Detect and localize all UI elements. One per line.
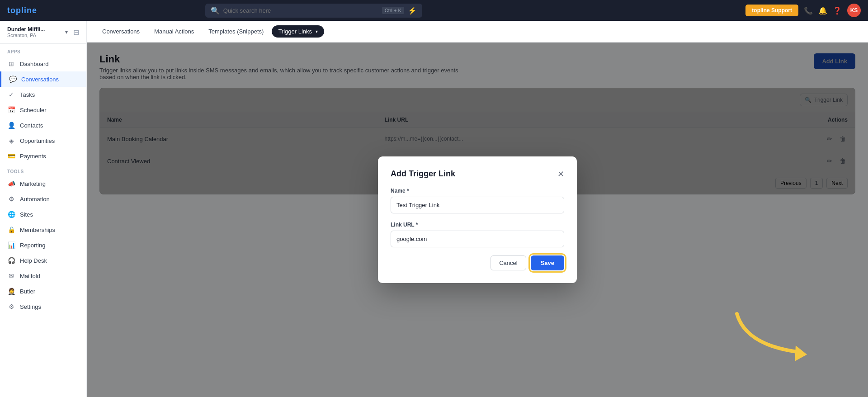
tab-trigger-links-label: Trigger Links — [278, 28, 312, 35]
sidebar-item-label: Scheduler — [20, 107, 47, 113]
sidebar-item-sites[interactable]: 🌐 Sites — [0, 207, 86, 222]
url-input[interactable] — [391, 231, 564, 247]
tools-label: Tools — [0, 164, 86, 176]
sidebar-item-settings[interactable]: ⚙ Settings — [0, 299, 86, 314]
sidebar-item-label: Opportunities — [20, 137, 55, 144]
name-field-group: Name * — [391, 188, 564, 213]
sidebar-item-label: Settings — [20, 303, 41, 310]
phone-icon[interactable]: 📞 — [804, 6, 813, 15]
reporting-icon: 📊 — [7, 241, 15, 249]
chevron-down-icon: ▾ — [65, 29, 68, 35]
name-input[interactable] — [391, 197, 564, 213]
search-shortcut: Ctrl + K — [382, 7, 404, 14]
sites-icon: 🌐 — [7, 211, 15, 218]
bell-icon[interactable]: 🔔 — [818, 6, 827, 15]
sidebar-item-helpdesk[interactable]: 🎧 Help Desk — [0, 253, 86, 268]
apps-label: Apps — [0, 44, 86, 56]
contacts-icon: 👤 — [7, 122, 15, 129]
search-bar[interactable]: 🔍 Ctrl + K ⚡ — [205, 4, 422, 18]
sidebar-item-label: Payments — [20, 153, 46, 160]
lightning-icon: ⚡ — [408, 6, 417, 15]
main-area: Dunder Miffli... Scranton, PA ▾ ⊟ Apps ⊞… — [0, 21, 868, 397]
logo-text: topline — [7, 6, 37, 15]
layout-toggle-icon[interactable]: ⊟ — [73, 28, 79, 37]
svg-marker-0 — [795, 345, 807, 361]
account-location: Scranton, PA — [7, 33, 61, 38]
url-field-group: Link URL * — [391, 222, 564, 247]
avatar[interactable]: KS — [847, 4, 861, 17]
tab-manual-actions[interactable]: Manual Actions — [148, 24, 200, 38]
conversations-icon: 💬 — [9, 76, 17, 83]
account-name: Dunder Miffli... — [7, 26, 61, 33]
sidebar-item-opportunities[interactable]: ◈ Opportunities — [0, 133, 86, 148]
automation-icon: ⚙ — [7, 195, 15, 203]
logo: topline — [7, 6, 37, 15]
arrow-annotation — [728, 309, 827, 370]
sidebar-item-memberships[interactable]: 🔒 Memberships — [0, 222, 86, 237]
save-button[interactable]: Save — [531, 255, 564, 270]
chevron-down-icon: ▾ — [316, 29, 318, 34]
dashboard-icon: ⊞ — [7, 60, 15, 67]
page-content: Link Trigger links allow you to put link… — [87, 43, 868, 397]
sidebar-item-label: Reporting — [20, 242, 45, 249]
topbar-right: topline Support 📞 🔔 ❓ KS — [745, 4, 861, 17]
sidebar-item-butler[interactable]: 🤵 Butler — [0, 284, 86, 299]
butler-icon: 🤵 — [7, 288, 15, 295]
sub-nav: Conversations Manual Actions Templates (… — [87, 21, 868, 43]
modal-overlay: Add Trigger Link ✕ Name * Link URL * Can… — [87, 43, 868, 397]
sidebar-item-label: Memberships — [20, 227, 55, 233]
sidebar-item-label: Butler — [20, 288, 35, 295]
search-icon: 🔍 — [211, 6, 220, 15]
sidebar-item-tasks[interactable]: ✓ Tasks — [0, 87, 86, 102]
sidebar-item-marketing[interactable]: 📣 Marketing — [0, 176, 86, 191]
tab-templates[interactable]: Templates (Snippets) — [202, 24, 270, 38]
sidebar-item-label: Mailfold — [20, 273, 40, 279]
sidebar-item-label: Conversations — [21, 76, 59, 83]
sidebar-item-label: Sites — [20, 211, 33, 218]
account-switcher[interactable]: Dunder Miffli... Scranton, PA ▾ ⊟ — [0, 21, 86, 44]
name-label: Name * — [391, 188, 564, 194]
sidebar-item-mailfold[interactable]: ✉ Mailfold — [0, 268, 86, 284]
help-icon[interactable]: ❓ — [833, 6, 842, 15]
tasks-icon: ✓ — [7, 91, 15, 98]
arrow-svg — [728, 309, 827, 368]
settings-icon: ⚙ — [7, 303, 15, 310]
sidebar-item-payments[interactable]: 💳 Payments — [0, 148, 86, 164]
sidebar-item-label: Marketing — [20, 180, 46, 187]
topbar: topline 🔍 Ctrl + K ⚡ topline Support 📞 🔔… — [0, 0, 868, 21]
mailfold-icon: ✉ — [7, 272, 15, 279]
sidebar-item-reporting[interactable]: 📊 Reporting — [0, 237, 86, 253]
payments-icon: 💳 — [7, 152, 15, 160]
sidebar-item-label: Contacts — [20, 122, 43, 129]
modal-header: Add Trigger Link ✕ — [391, 169, 564, 179]
sidebar-item-scheduler[interactable]: 📅 Scheduler — [0, 102, 86, 118]
scheduler-icon: 📅 — [7, 106, 15, 113]
modal-close-button[interactable]: ✕ — [557, 170, 564, 178]
sidebar-item-label: Automation — [20, 196, 50, 203]
sidebar-item-label: Tasks — [20, 91, 35, 98]
cancel-button[interactable]: Cancel — [491, 255, 526, 270]
modal: Add Trigger Link ✕ Name * Link URL * Can… — [378, 156, 577, 283]
sidebar-item-conversations[interactable]: 💬 Conversations — [0, 71, 86, 87]
url-label: Link URL * — [391, 222, 564, 228]
sidebar: Dunder Miffli... Scranton, PA ▾ ⊟ Apps ⊞… — [0, 21, 87, 397]
sidebar-item-label: Help Desk — [20, 257, 47, 264]
helpdesk-icon: 🎧 — [7, 257, 15, 264]
memberships-icon: 🔒 — [7, 226, 15, 233]
marketing-icon: 📣 — [7, 180, 15, 187]
support-button[interactable]: topline Support — [745, 5, 798, 16]
sidebar-item-label: Dashboard — [20, 61, 49, 67]
sidebar-item-automation[interactable]: ⚙ Automation — [0, 191, 86, 207]
sidebar-item-contacts[interactable]: 👤 Contacts — [0, 118, 86, 133]
modal-footer: Cancel Save — [391, 255, 564, 270]
tab-conversations[interactable]: Conversations — [96, 24, 146, 38]
opportunities-icon: ◈ — [7, 137, 15, 144]
sidebar-item-dashboard[interactable]: ⊞ Dashboard — [0, 56, 86, 71]
tab-trigger-links[interactable]: Trigger Links ▾ — [272, 25, 324, 38]
content-area: Conversations Manual Actions Templates (… — [87, 21, 868, 397]
modal-title: Add Trigger Link — [391, 169, 455, 179]
search-input[interactable] — [223, 7, 378, 14]
